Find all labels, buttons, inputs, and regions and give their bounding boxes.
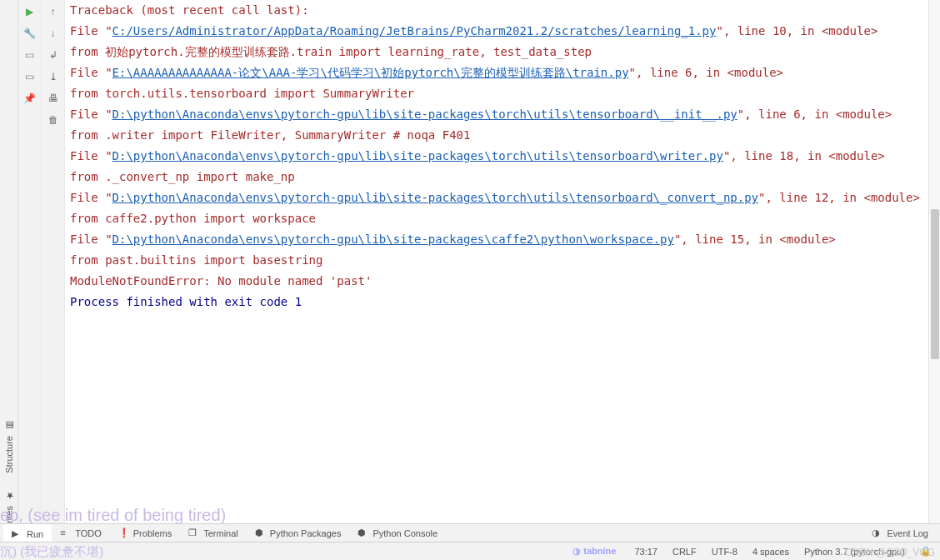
scroll-to-end-icon[interactable]: ⤓: [47, 70, 60, 83]
run-icon[interactable]: ▶: [23, 5, 37, 18]
background-lyric-2: 沉) (我已疲惫不堪): [0, 544, 103, 560]
background-lyric-1: eo, (see im tired of being tired): [0, 506, 226, 525]
line-separator[interactable]: CRLF: [672, 547, 697, 557]
console-output[interactable]: Traceback (most recent call last): File …: [65, 0, 940, 560]
traceback-file-link[interactable]: D:\python\Anaconda\envs\pytorch-gpu\lib\…: [112, 108, 738, 121]
indent-setting[interactable]: 4 spaces: [752, 547, 789, 557]
warning-icon: ❗: [118, 528, 130, 539]
wrench-icon[interactable]: 🔧: [23, 27, 37, 40]
encoding[interactable]: UTF-8: [712, 547, 738, 557]
arrow-down-icon[interactable]: ↓: [47, 27, 60, 40]
python-packages-tab[interactable]: ⬢ Python Packages: [247, 524, 350, 542]
run-toolbar: ▶ 🔧 ▭ ▭ 📌 ↑ ↓ ↲ ⤓ 🖶 🗑: [18, 0, 65, 560]
event-log-tab[interactable]: ◑ Event Log: [863, 524, 937, 542]
structure-icon: ▤: [3, 420, 14, 431]
print-icon[interactable]: 🖶: [47, 92, 60, 105]
trash-icon[interactable]: 🗑: [47, 113, 60, 127]
run-tab-icon: ▶: [12, 528, 23, 540]
soft-wrap-icon[interactable]: ↲: [47, 48, 60, 62]
structure-tab[interactable]: Structure ▤: [3, 420, 14, 473]
package-icon: ⬢: [255, 528, 267, 539]
traceback-file-link[interactable]: D:\python\Anaconda\envs\pytorch-gpu\lib\…: [112, 232, 674, 246]
scrollbar-thumb[interactable]: [931, 209, 939, 359]
tool-window-bar: ▶ Run ≡ TODO ❗ Problems ❐ Terminal ⬢ Pyt…: [0, 523, 940, 542]
arrow-up-icon[interactable]: ↑: [47, 5, 60, 18]
event-log-label: Event Log: [887, 528, 928, 538]
problems-tab[interactable]: ❗ Problems: [110, 524, 180, 542]
traceback-file-link[interactable]: D:\python\Anaconda\envs\pytorch-gpu\lib\…: [112, 149, 723, 162]
star-icon: ★: [3, 490, 14, 501]
bubble-icon: ◑: [872, 528, 883, 539]
filter-icon[interactable]: ▭: [23, 48, 37, 62]
list-icon: ≡: [60, 528, 72, 539]
vertical-scrollbar[interactable]: [928, 0, 940, 523]
python-icon: ⬢: [358, 528, 369, 539]
run-tab-label: Run: [27, 529, 43, 539]
traceback-file-link[interactable]: D:\python\Anaconda\envs\pytorch-gpu\lib\…: [112, 191, 758, 204]
structure-label: Structure: [4, 436, 14, 473]
python-console-tab[interactable]: ⬢ Python Console: [349, 524, 446, 542]
pin-icon[interactable]: 📌: [23, 92, 37, 105]
layout-icon[interactable]: ▭: [23, 70, 37, 83]
watermark: CSDN @CSD_VGG: [845, 547, 935, 558]
terminal-tab-label: Terminal: [203, 528, 238, 538]
python-console-label: Python Console: [372, 528, 438, 538]
terminal-tab[interactable]: ❐ Terminal: [180, 524, 247, 542]
cursor-position[interactable]: 73:17: [634, 547, 658, 557]
problems-tab-label: Problems: [133, 528, 172, 538]
tabnine-indicator[interactable]: ◑ tabnine: [572, 546, 616, 557]
terminal-icon: ❐: [188, 528, 200, 539]
traceback-file-link[interactable]: E:\AAAAAAAAAAAAAA-论文\AAA-学习\代码学习\初始pytor…: [112, 66, 629, 79]
todo-tab[interactable]: ≡ TODO: [52, 524, 110, 542]
status-bar: ◑ tabnine 73:17 CRLF UTF-8 4 spaces Pyth…: [0, 542, 940, 560]
run-tab[interactable]: ▶ Run: [3, 524, 52, 542]
python-packages-label: Python Packages: [270, 528, 342, 538]
traceback-file-link[interactable]: C:/Users/Administrator/AppData/Roaming/J…: [112, 24, 717, 38]
left-sidebar: Structure ▤ Favorites ★: [0, 0, 18, 560]
todo-tab-label: TODO: [75, 528, 102, 538]
